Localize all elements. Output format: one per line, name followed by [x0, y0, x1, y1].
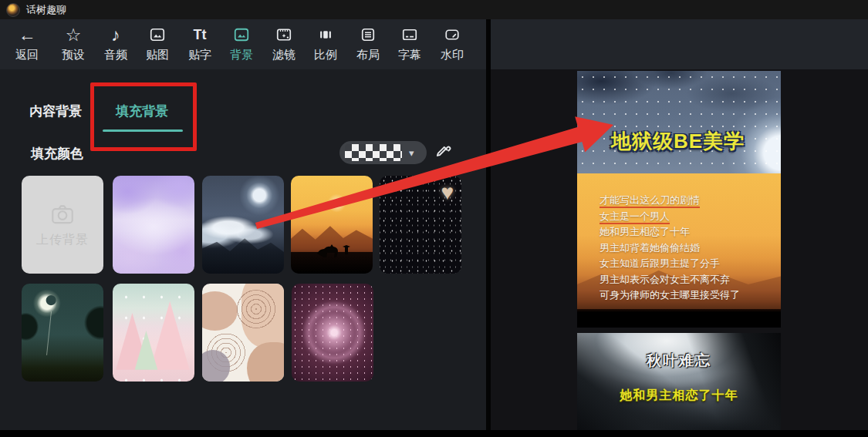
preview1-sky-background: [577, 71, 781, 173]
app-title: 话树趣聊: [26, 3, 66, 17]
watermark-icon: [443, 24, 461, 45]
script-line: 女主知道后跟男主提了分手: [599, 256, 777, 272]
thumbnail-christmas-trees[interactable]: [113, 284, 194, 382]
preview1-title: 地狱级BE美学: [611, 128, 745, 155]
upload-background-label: 上传背景: [36, 232, 89, 248]
eyedropper-button[interactable]: [433, 142, 453, 162]
fill-color-label: 填充颜色: [31, 145, 83, 163]
script-line: 男主却背着她偷偷结婚: [599, 240, 777, 257]
script-line: 男主却表示会对女主不离不弃: [599, 272, 777, 288]
heart-icon: ♥: [441, 180, 454, 205]
filter-icon: [275, 24, 293, 45]
title-bar: 话树趣聊: [0, 0, 868, 19]
thumbnail-purple-clouds[interactable]: [113, 176, 194, 274]
back-arrow-icon: ←: [19, 24, 36, 45]
toolbar: ← 返回 ☆ 预设 ♪ 音频 贴图 Tt 贴字 背景: [0, 19, 868, 69]
toolbar-text-button[interactable]: Tt 贴字: [179, 24, 221, 67]
toolbar-back-button[interactable]: ← 返回: [6, 24, 48, 67]
fill-color-dropdown[interactable]: ▾: [339, 141, 427, 164]
toolbar-layout-button[interactable]: 布局: [347, 24, 389, 67]
thumbnail-night-moon[interactable]: [202, 176, 284, 274]
panel-divider: [486, 19, 491, 430]
chevron-down-icon: ▾: [409, 147, 414, 159]
background-panel: 内容背景 填充背景 填充颜色 ▾ 上传背景 ♥: [0, 69, 486, 430]
upload-background-button[interactable]: 上传背景: [22, 176, 103, 274]
script-line: 可身为律师的女主哪里接受得了: [599, 287, 777, 304]
toolbar-audio-button[interactable]: ♪ 音频: [95, 24, 137, 67]
toolbar-sticker-button[interactable]: 贴图: [137, 24, 178, 67]
preview1-script-lines: 才能写出这么刀的剧情 女主是一个男人 她和男主相恋了十年 男主却背着她偷偷结婚 …: [599, 193, 777, 304]
video-preview-frame-1[interactable]: 地狱级BE美学 才能写出这么刀的剧情 女主是一个男人 她和男主相恋了十年 男主却…: [577, 71, 781, 328]
tan-blob-bottom: [247, 342, 284, 382]
toolbar-watermark-button[interactable]: 水印: [431, 24, 473, 67]
background-image-icon: [232, 24, 251, 45]
active-tab-underline: [103, 129, 183, 132]
thumbnail-abstract-shapes[interactable]: [202, 284, 284, 382]
pink-tree-right: [150, 301, 190, 370]
person-silhouette: [343, 245, 350, 254]
toolbar-ratio-button[interactable]: 比例: [305, 24, 346, 67]
toolbar-filter-button[interactable]: 滤镜: [263, 24, 305, 67]
preview2-subtitle: 她和男主相恋了十年: [577, 388, 781, 404]
thumbnail-starry-heart[interactable]: ♥: [380, 176, 461, 274]
thumbnail-galaxy-spiral[interactable]: [292, 284, 373, 382]
sticker-image-icon: [148, 24, 167, 45]
preview2-title: 秋叶难忘: [577, 351, 781, 371]
script-line: 才能写出这么刀的剧情: [599, 193, 777, 209]
horse-silhouette: [317, 244, 338, 257]
toolbar-subtitle-button[interactable]: 字幕: [389, 24, 431, 67]
circle-lines-top: [235, 290, 277, 329]
subtitle-icon: [400, 24, 419, 45]
app-logo-icon: [6, 3, 20, 17]
star-icon: ☆: [66, 24, 82, 45]
tab-content-background[interactable]: 内容背景: [29, 103, 82, 120]
thumbnail-crescent-moon[interactable]: [22, 284, 103, 382]
tab-fill-background[interactable]: 填充背景: [116, 103, 168, 120]
thumbnail-sunset-horse[interactable]: [291, 176, 373, 274]
toolbar-background-button[interactable]: 背景: [221, 24, 262, 67]
music-note-icon: ♪: [111, 24, 120, 45]
camera-icon: [49, 201, 76, 227]
video-preview-frame-2[interactable]: 秋叶难忘 她和男主相恋了十年: [577, 333, 781, 430]
text-icon: Tt: [194, 24, 207, 45]
bottom-black-bar: [0, 430, 868, 437]
layout-icon: [359, 24, 377, 45]
tan-blob: [202, 291, 238, 331]
app-window: 话树趣聊 ← 返回 ☆ 预设 ♪ 音频 贴图 Tt 贴字: [0, 0, 868, 437]
script-line: 她和男主相恋了十年: [599, 224, 777, 240]
script-line: 女主是一个男人: [599, 209, 777, 225]
aspect-ratio-icon: [316, 24, 335, 45]
toolbar-presets-button[interactable]: ☆ 预设: [52, 24, 94, 67]
transparent-swatch: [345, 144, 402, 161]
